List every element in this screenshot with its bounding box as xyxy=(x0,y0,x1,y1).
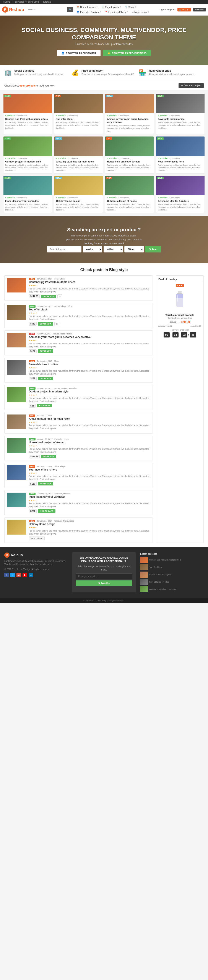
post-buy-button-7[interactable]: BUY IT NOW xyxy=(38,482,53,485)
post-compare-button-1[interactable]: ⚖ xyxy=(54,322,59,326)
nav-item-mega-menu[interactable]: ☰ Mega menu▼ xyxy=(130,10,150,14)
post-readmore-button-9[interactable]: READ MORE xyxy=(29,536,45,540)
cart-button[interactable]: 🛒 00 | $0 xyxy=(178,8,190,11)
blog-post-meta-5: NEW January 21, 2017 xyxy=(29,415,150,417)
nav-item-extended-profiles[interactable]: 👤 Extended Profiles▼ xyxy=(75,10,102,14)
card-3: LIVE 6 portfolio 2 comments Favorable lo… xyxy=(156,94,205,134)
blog-post-meta-3: NEW January 21, 2017 Office xyxy=(29,360,150,362)
card-1: TOP 6 portfolio 2 comments Top offer blo… xyxy=(54,94,103,134)
card-img-10: TOP xyxy=(105,176,154,195)
card-9: NEW 6 portfolio 2 comments Holiday Home … xyxy=(54,176,103,213)
twitter-icon[interactable]: t xyxy=(10,573,15,578)
card-badge-11: LIVE xyxy=(157,177,163,179)
svg-rect-4 xyxy=(177,295,178,302)
blog-post-3: NEW January 21, 2017 Office Favorable lo… xyxy=(4,358,153,383)
blog-post-title-9: Holiday Home design xyxy=(29,523,150,526)
blog-section-title: Check posts in Blog style xyxy=(4,267,204,272)
card-desc-10: Far far away, behind the word mountains,… xyxy=(107,203,152,212)
blog-post-desc-6: Far far away, behind the word mountains,… xyxy=(29,448,150,453)
hero-subtitle: Unlimited Business Models for profitable… xyxy=(4,43,204,46)
blog-post-title-2: Asmos in your room guard becomes very cr… xyxy=(29,336,150,339)
nav-item-shop[interactable]: 🛒 Shop▼ xyxy=(123,5,138,9)
feature-multivendor: 🏪 Multi vendor shop Allow your visitors … xyxy=(139,69,204,76)
nav-item-page-layouts[interactable]: 📄 Page layouts▼ xyxy=(100,5,123,9)
card-badge-6: TOP xyxy=(106,137,112,140)
blog-post-title-4: Outdoor project in modern style xyxy=(29,390,150,393)
feature-price-comparison: 💰 Price comparison Price trackers, price… xyxy=(72,69,136,76)
post-label-6: SALE xyxy=(29,438,35,441)
card-11: LIVE 6 portfolio 2 comments Awesome idea… xyxy=(156,176,205,213)
card-meta1-3: 6 portfolio xyxy=(158,115,168,117)
card-desc-1: Far far away, behind the word mountains,… xyxy=(56,121,101,129)
topbar-link-passwords[interactable]: Passwords for demo users xyxy=(14,1,39,3)
card-meta2-7: 2 comments xyxy=(169,157,180,159)
nav-item-home-layouts[interactable]: 🏠 Home Layouts▼ xyxy=(75,5,99,9)
search-filters-dropdown[interactable]: Filters xyxy=(124,246,144,253)
card-img-5: NEW xyxy=(54,137,103,156)
blog-post-meta-1: SALE January 21, 2017 House, Ideas, Offi… xyxy=(29,305,150,307)
card-meta2-4: 2 comments xyxy=(16,157,27,159)
feature-social-business: 🏢 Social Business Make your business dir… xyxy=(4,69,69,76)
post-price-2: $172 xyxy=(29,349,37,353)
add-project-button[interactable]: ✏ Add your project xyxy=(179,83,204,88)
post-price-1: $332 xyxy=(29,322,37,326)
newsletter-heading: WE OFFER AMAZING AND EXCLUSIVE DEALS FOR… xyxy=(75,556,132,563)
google-plus-icon[interactable]: g+ xyxy=(16,573,21,578)
blog-post-9: NEW January 21, 2017 Particular, Travel,… xyxy=(4,517,153,543)
blog-post-img-6 xyxy=(7,438,26,453)
blog-post-desc-9: Far far away, behind the word mountains,… xyxy=(29,529,150,535)
blog-post-meta-8: SALE January 21, 2017 Bedroom, Persons xyxy=(29,493,150,495)
topbar-link-plugins[interactable]: Plugins xyxy=(3,1,10,3)
search-submit-button[interactable]: Submit xyxy=(145,246,161,253)
facebook-icon[interactable]: f xyxy=(4,573,9,578)
main-nav: R Re:hub 🔍 🏠 Home Layouts▼ 📄 Page layout… xyxy=(0,4,208,16)
card-img-0: LIVE xyxy=(3,94,52,113)
post-buy-button-4[interactable]: BUY IT NOW xyxy=(37,404,52,407)
newsletter-email-input[interactable] xyxy=(75,574,132,579)
card-img-9: NEW xyxy=(54,176,103,195)
search-input[interactable] xyxy=(26,7,67,12)
card-10: TOP 6 portfolio 2 comments Outdoors desi… xyxy=(105,176,154,213)
card-meta2-9: 2 comments xyxy=(67,197,78,199)
chevron-down-icon: ▼ xyxy=(134,6,136,8)
post-buy-button-0[interactable]: BUY IT NOW xyxy=(41,295,56,298)
post-buy-button-1[interactable]: BUY IT NOW xyxy=(38,322,53,326)
features-button[interactable]: Features xyxy=(193,8,206,11)
footer-about: R Re:hub Far far away, behind the word m… xyxy=(4,552,68,592)
register-pro-button[interactable]: ⭐ REGISTER AS PRO BUSINESS xyxy=(103,50,151,56)
blog-post-img-4 xyxy=(7,387,26,402)
topbar-link-tutorials[interactable]: Tutorials xyxy=(43,1,51,3)
countdown-seconds-1: 03 xyxy=(181,332,187,337)
search-all-dropdown[interactable]: -- All -- xyxy=(83,246,102,253)
post-buy-button-2[interactable]: BUY IT NOW xyxy=(38,349,53,353)
post-compare-button-0[interactable]: ⚖ xyxy=(58,294,62,298)
card-desc-7: Far far away, behind the word mountains,… xyxy=(158,164,203,172)
footer-copyright: © 2016 Rehub.com/Design | All rights res… xyxy=(4,568,68,571)
post-buy-button-6[interactable]: BUY IT NOW xyxy=(41,455,56,458)
post-buy-button-3[interactable]: BUY IT NOW xyxy=(38,377,53,380)
card-badge-5: NEW xyxy=(55,137,62,140)
post-cart-button-8[interactable]: ADD TO CART xyxy=(38,509,56,513)
youtube-icon[interactable]: ▶ xyxy=(22,573,27,578)
card-badge-0: LIVE xyxy=(4,95,11,97)
blog-post-desc-4: Far far away, behind the word mountains,… xyxy=(29,397,150,403)
logo-text: Re:hub xyxy=(9,7,24,12)
footer-thumb-4: Outdoor project in modern style xyxy=(140,586,204,592)
search-button[interactable]: 🔍 xyxy=(67,7,73,12)
card-title-0: Content Egg Post with multiple offers xyxy=(5,118,50,121)
blog-post-title-1: Top offer block xyxy=(29,308,150,311)
footer: R Re:hub Far far away, behind the word m… xyxy=(0,547,208,598)
card-title-3: Favorable look in office xyxy=(158,118,203,121)
post-price-6: $245.99 xyxy=(29,455,40,458)
linkedin-icon[interactable]: in xyxy=(29,573,34,578)
nav-item-locations[interactable]: 📍 Locations/Filters▼ xyxy=(103,10,130,14)
post-price-3: $271 xyxy=(29,377,37,380)
login-button[interactable]: Login / Register xyxy=(158,8,175,11)
subscribe-button[interactable]: Subscribe xyxy=(75,581,132,586)
register-customer-button[interactable]: 👤 REGISTER AS CUSTOMER xyxy=(57,50,101,56)
footer-logo-icon: R xyxy=(4,552,10,558)
user-projects-highlight: user projects xyxy=(19,84,35,87)
search-address-input[interactable] xyxy=(47,246,82,253)
card-badge-4: LIVE xyxy=(4,137,11,140)
search-within-dropdown[interactable]: Within xyxy=(104,246,123,253)
